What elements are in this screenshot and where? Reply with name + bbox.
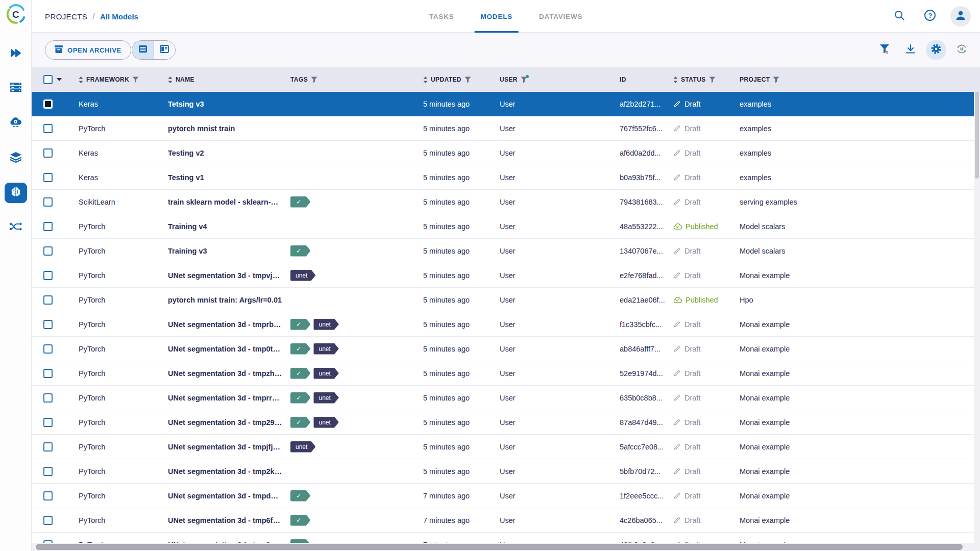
filter-funnel-icon[interactable]: [709, 77, 716, 83]
project-cell[interactable]: Model scalars: [740, 247, 980, 255]
column-header-id[interactable]: ID: [620, 76, 673, 83]
table-row[interactable]: PyTorchUNet segmentation 3d - tmp2kr0...…: [32, 459, 980, 484]
project-cell[interactable]: Monai example: [740, 492, 980, 500]
tab-models[interactable]: MODELS: [481, 0, 513, 33]
column-header-tags[interactable]: TAGS: [290, 76, 423, 83]
project-cell[interactable]: Monai example: [740, 394, 980, 402]
row-checkbox[interactable]: [43, 491, 53, 500]
tag-badge-check[interactable]: ✓: [290, 515, 310, 526]
tag-badge-check[interactable]: ✓: [290, 368, 310, 379]
table-row[interactable]: PyTorchUNet segmentation 3d - tmp29rf...…: [32, 410, 980, 435]
row-checkbox[interactable]: [43, 295, 53, 305]
table-row[interactable]: PyTorchTraining v3✓5 minutes agoUser1340…: [32, 239, 980, 263]
project-cell[interactable]: examples: [740, 124, 980, 133]
tag-badge-check[interactable]: ✓: [290, 196, 310, 208]
row-checkbox[interactable]: [43, 467, 53, 476]
column-header-project[interactable]: PROJECT: [740, 76, 980, 83]
model-name-cell[interactable]: Testing v1: [168, 173, 290, 182]
table-row[interactable]: PyTorchUNet segmentation 3d - tmp6fq0...…: [32, 508, 980, 533]
chevron-down-icon[interactable]: [57, 78, 62, 81]
table-row[interactable]: PyTorchUNet segmentation 3d - tmp0tu...✓…: [32, 337, 980, 361]
model-name-cell[interactable]: Training v3: [168, 247, 290, 255]
tag-badge-unet[interactable]: unet: [313, 343, 338, 355]
project-cell[interactable]: Monai example: [740, 418, 980, 427]
tab-tasks[interactable]: TASKS: [429, 0, 454, 33]
table-row[interactable]: ScikitLearntrain sklearn model - sklearn…: [32, 190, 980, 214]
user-menu-button[interactable]: [950, 6, 971, 27]
sidebar-item-getting-started[interactable]: [5, 44, 27, 64]
project-cell[interactable]: Monai example: [740, 271, 980, 280]
row-checkbox[interactable]: [43, 173, 53, 182]
table-row[interactable]: KerasTetsing v35 minutes agoUseraf2b2d27…: [32, 92, 980, 116]
model-name-cell[interactable]: UNet segmentation 3d - tmp2kr0...: [168, 467, 290, 475]
sidebar-item-dashboard[interactable]: [5, 79, 27, 99]
tag-badge-check[interactable]: ✓: [290, 417, 310, 428]
tag-badge-unet[interactable]: unet: [290, 441, 315, 453]
sidebar-item-datasets[interactable]: [5, 148, 27, 168]
tag-badge-check[interactable]: ✓: [290, 245, 310, 257]
column-header-name[interactable]: NAME: [168, 76, 290, 83]
project-cell[interactable]: examples: [740, 149, 980, 157]
row-checkbox[interactable]: [43, 344, 53, 354]
table-row[interactable]: PyTorchUNet segmentation 3d - tmpdm4...✓…: [32, 484, 980, 508]
download-button[interactable]: [900, 40, 921, 60]
breadcrumb-projects[interactable]: PROJECTS: [45, 12, 87, 21]
breadcrumb-current-page[interactable]: All Models: [100, 12, 138, 21]
row-checkbox[interactable]: [43, 197, 53, 207]
tag-badge-unet[interactable]: unet: [313, 417, 338, 428]
model-name-cell[interactable]: UNet segmentation 3d - tmprb9d...: [168, 320, 290, 329]
tag-badge-check[interactable]: ✓: [290, 539, 310, 543]
sidebar-item-models[interactable]: [5, 183, 27, 203]
row-checkbox[interactable]: [43, 418, 53, 427]
project-cell[interactable]: examples: [740, 173, 980, 182]
sort-icon[interactable]: [673, 77, 678, 83]
row-checkbox[interactable]: [43, 148, 53, 158]
project-cell[interactable]: Monai example: [740, 320, 980, 329]
model-name-cell[interactable]: Training v4: [168, 222, 290, 231]
project-cell[interactable]: examples: [740, 100, 980, 108]
sort-icon[interactable]: [423, 77, 428, 83]
tag-badge-unet[interactable]: unet: [313, 319, 338, 330]
project-cell[interactable]: Monai example: [740, 369, 980, 378]
project-cell[interactable]: Monai example: [740, 467, 980, 475]
help-button[interactable]: ?: [920, 6, 940, 27]
row-checkbox[interactable]: [43, 222, 53, 231]
row-checkbox[interactable]: [43, 124, 53, 133]
horizontal-scrollbar-thumb[interactable]: [36, 544, 963, 550]
clearml-logo[interactable]: C: [5, 3, 28, 26]
model-name-cell[interactable]: UNet segmentation 3d - tmp0tu...: [168, 345, 290, 353]
table-row[interactable]: PyTorchUNet segmentation 3d - tmpjfjpv..…: [32, 435, 980, 459]
model-name-cell[interactable]: pytorch mnist train: Args/lr=0.01: [168, 296, 290, 304]
filter-funnel-icon[interactable]: [464, 77, 471, 83]
model-name-cell[interactable]: UNet segmentation 3d - tmp29rf...: [168, 418, 290, 427]
open-archive-button[interactable]: OPEN ARCHIVE: [45, 40, 131, 60]
column-header-user[interactable]: USER: [500, 76, 620, 83]
table-row[interactable]: PyTorchpytorch mnist train5 minutes agoU…: [32, 116, 980, 141]
tag-badge-unet[interactable]: unet: [313, 368, 338, 379]
sort-icon[interactable]: [79, 77, 83, 83]
column-header-updated[interactable]: UPDATED: [423, 76, 500, 83]
model-name-cell[interactable]: UNet segmentation 3d - tmp6fq0...: [168, 516, 290, 524]
model-name-cell[interactable]: UNet segmentation 3d - tmpjfjpv...: [168, 443, 290, 451]
tag-badge-check[interactable]: ✓: [290, 319, 310, 330]
filter-funnel-icon[interactable]: [311, 77, 317, 83]
tag-badge-check[interactable]: ✓: [290, 490, 310, 502]
project-cell[interactable]: serving examples: [740, 198, 980, 206]
clear-filters-button[interactable]: x: [875, 40, 895, 60]
project-cell[interactable]: Hpo: [740, 296, 980, 304]
row-checkbox[interactable]: [43, 320, 53, 329]
row-checkbox[interactable]: [43, 99, 53, 109]
model-name-cell[interactable]: UNet segmentation 3d - tmpdm4...: [168, 492, 290, 500]
table-row[interactable]: PyTorchUNet segmentation 3d - tmpzh0...✓…: [32, 361, 980, 386]
row-checkbox[interactable]: [43, 271, 53, 280]
project-cell[interactable]: Monai example: [740, 443, 980, 451]
row-checkbox[interactable]: [43, 246, 53, 256]
tag-badge-check[interactable]: ✓: [290, 343, 310, 355]
tab-dataviews[interactable]: DATAVIEWS: [539, 0, 582, 33]
model-name-cell[interactable]: UNet segmentation 3d - tmprrae...: [168, 394, 290, 402]
table-row[interactable]: PyTorchUNet segmentation 3d - tmpvjhyl..…: [32, 263, 980, 288]
model-name-cell[interactable]: Testing v2: [168, 149, 290, 157]
model-name-cell[interactable]: pytorch mnist train: [168, 124, 290, 133]
search-button[interactable]: [889, 6, 910, 27]
model-name-cell[interactable]: Tetsing v3: [168, 100, 290, 108]
